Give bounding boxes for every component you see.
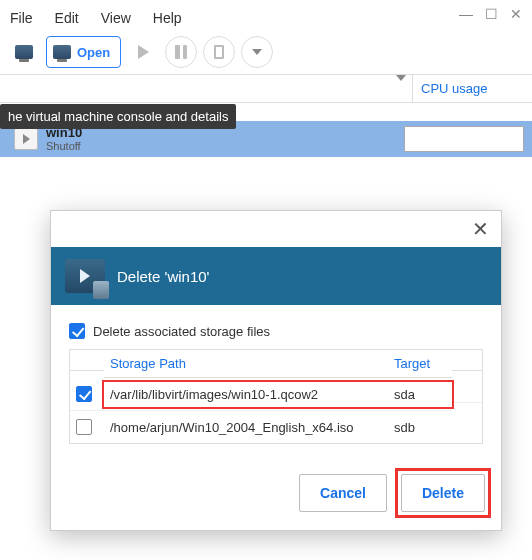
open-button-label: Open bbox=[77, 45, 110, 60]
vm-icon bbox=[14, 128, 38, 150]
shutdown-menu-button[interactable] bbox=[241, 36, 273, 68]
menu-file[interactable]: File bbox=[10, 10, 33, 26]
tooltip: he virtual machine console and details bbox=[0, 104, 236, 129]
storage-row-target: sda bbox=[388, 379, 452, 411]
minimize-button[interactable]: — bbox=[459, 6, 473, 22]
new-vm-button[interactable] bbox=[8, 36, 40, 68]
shutdown-button[interactable] bbox=[203, 36, 235, 68]
stop-icon bbox=[214, 45, 224, 59]
play-icon bbox=[138, 45, 149, 59]
play-icon bbox=[80, 269, 90, 283]
dialog-buttons: Cancel Delete bbox=[51, 454, 501, 530]
cpu-column-header[interactable]: CPU usage bbox=[412, 75, 532, 102]
name-column-header[interactable] bbox=[0, 83, 390, 95]
storage-row-checkbox[interactable] bbox=[76, 386, 92, 402]
storage-table: Storage Path Target /var/lib/libvirt/ima… bbox=[69, 349, 483, 444]
col-storage-path[interactable]: Storage Path bbox=[104, 350, 388, 378]
cancel-button[interactable]: Cancel bbox=[299, 474, 387, 512]
open-button[interactable]: Open bbox=[46, 36, 121, 68]
monitor-icon bbox=[53, 45, 71, 59]
pause-button[interactable] bbox=[165, 36, 197, 68]
run-button[interactable] bbox=[127, 36, 159, 68]
chevron-down-icon bbox=[252, 49, 262, 55]
vm-state: Shutoff bbox=[46, 140, 82, 152]
delete-storage-checkbox[interactable] bbox=[69, 323, 85, 339]
menu-help[interactable]: Help bbox=[153, 10, 182, 26]
vm-meta: win10 Shutoff bbox=[46, 126, 82, 152]
vm-cpu-graph bbox=[404, 126, 524, 152]
dialog-header: Delete 'win10' bbox=[51, 247, 501, 305]
storage-row-path: /var/lib/libvirt/images/win10-1.qcow2 bbox=[104, 379, 388, 411]
storage-row[interactable]: /var/lib/libvirt/images/win10-1.qcow2 sd… bbox=[70, 378, 482, 411]
window-controls: — ☐ ✕ bbox=[449, 0, 532, 28]
play-icon bbox=[23, 134, 30, 144]
pause-icon bbox=[175, 45, 187, 59]
storage-row-checkbox[interactable] bbox=[76, 419, 92, 435]
storage-row-target: sdb bbox=[388, 412, 452, 443]
close-window-button[interactable]: ✕ bbox=[510, 6, 522, 22]
maximize-button[interactable]: ☐ bbox=[485, 6, 498, 22]
storage-row-path: /home/arjun/Win10_2004_English_x64.iso bbox=[104, 412, 388, 443]
chevron-down-icon bbox=[396, 75, 406, 96]
toolbar: Open bbox=[0, 34, 532, 74]
storage-row[interactable]: /home/arjun/Win10_2004_English_x64.iso s… bbox=[70, 411, 482, 443]
delete-button[interactable]: Delete bbox=[401, 474, 485, 512]
name-column-sort[interactable] bbox=[390, 75, 412, 102]
menu-edit[interactable]: Edit bbox=[55, 10, 79, 26]
dialog-close-button[interactable]: ✕ bbox=[466, 215, 495, 243]
delete-storage-label: Delete associated storage files bbox=[93, 324, 270, 339]
dialog-title: Delete 'win10' bbox=[117, 268, 209, 285]
delete-vm-icon bbox=[65, 259, 105, 293]
monitor-icon bbox=[15, 45, 33, 59]
col-target[interactable]: Target bbox=[388, 350, 452, 378]
vm-list-header: CPU usage bbox=[0, 74, 532, 103]
menu-view[interactable]: View bbox=[101, 10, 131, 26]
delete-storage-option: Delete associated storage files bbox=[69, 323, 483, 339]
delete-dialog: ✕ Delete 'win10' Delete associated stora… bbox=[50, 210, 502, 531]
